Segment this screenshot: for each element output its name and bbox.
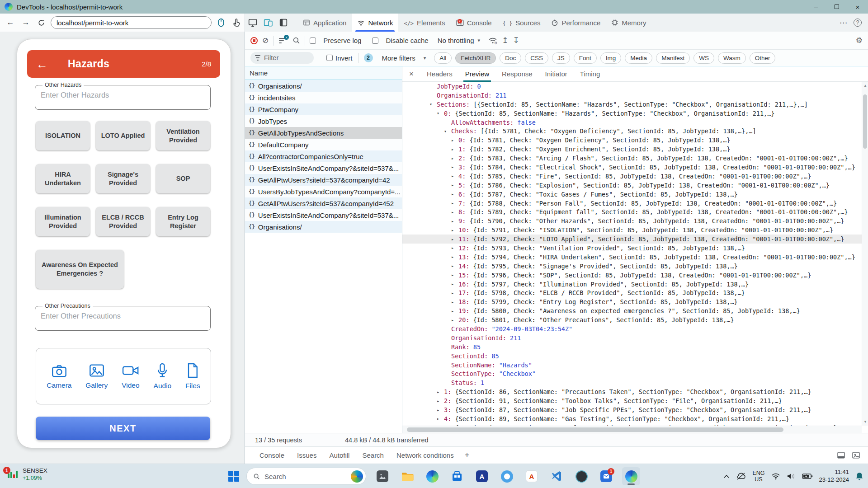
triangle-right-icon[interactable]: ▸ xyxy=(437,408,444,413)
filter-chip-ws[interactable]: WS xyxy=(693,52,714,64)
blue-ring-app-icon[interactable] xyxy=(498,467,516,485)
hazard-button-ventilation-provided[interactable]: Ventilation Provided xyxy=(156,121,210,150)
triangle-right-icon[interactable]: ▸ xyxy=(451,228,458,233)
json-tree-line[interactable]: AllowAttachments: false xyxy=(402,118,862,127)
json-tree-line[interactable]: Status: 1 xyxy=(402,378,862,387)
close-button[interactable]: × xyxy=(847,0,868,14)
json-tree-line[interactable]: ▸15: {Id: 5796, Check: "SOP", SectionId:… xyxy=(402,271,862,280)
json-tree-line[interactable]: SectionId: 85 xyxy=(402,352,862,361)
stocks-widget[interactable]: 1 SENSEX +1.09% xyxy=(6,467,47,482)
close-icon[interactable]: × xyxy=(402,70,420,79)
url-bar[interactable]: localhost/permit-to-work xyxy=(51,16,212,29)
tab-performance[interactable]: Performance xyxy=(546,14,606,32)
volume-icon[interactable] xyxy=(787,473,796,480)
filter-chip-other[interactable]: Other xyxy=(750,52,776,64)
disable-cache-checkbox[interactable] xyxy=(372,38,378,44)
notifications-bell-icon[interactable] xyxy=(855,472,863,481)
other-precautions-field[interactable]: Other Precautions Enter Other Precaution… xyxy=(35,303,211,331)
more-filters-label[interactable]: More filters xyxy=(382,54,415,62)
request-row[interactable]: {}GetAllPtwUsers?siteId=537&companyId=42 xyxy=(245,174,402,186)
hazard-button-loto-applied[interactable]: LOTO Applied xyxy=(96,121,150,150)
filter-chip-all[interactable]: All xyxy=(434,52,452,64)
chevron-up-icon[interactable] xyxy=(723,474,730,479)
drawer-tab-network-conditions[interactable]: Network conditions xyxy=(390,451,460,459)
media-button-files[interactable]: Files xyxy=(185,362,200,390)
help-icon[interactable]: ? xyxy=(854,19,862,27)
json-tree-line[interactable]: ▸2: {SectionId: 91, SectionName: "Toolbo… xyxy=(402,396,862,405)
json-tree-line[interactable]: ▸11: {Id: 5792, Check: "LOTO Applied", S… xyxy=(402,235,862,244)
back-button[interactable]: ← xyxy=(5,17,16,28)
name-column-header[interactable]: Name xyxy=(245,66,402,80)
triangle-right-icon[interactable]: ▸ xyxy=(437,399,444,404)
detail-tab-headers[interactable]: Headers xyxy=(420,66,459,82)
json-tree-line[interactable]: OrganisationId: 211 xyxy=(402,91,862,100)
hazard-button-sop[interactable]: SOP xyxy=(156,164,210,193)
json-tree-line[interactable]: ▸19: {Id: 5800, Check: "Awareness on exp… xyxy=(402,306,862,315)
device-toolbar-icon[interactable] xyxy=(261,16,275,29)
screencast-icon[interactable] xyxy=(246,16,259,29)
triangle-right-icon[interactable]: ▸ xyxy=(451,164,458,169)
filter-chip-fetch-xhr[interactable]: Fetch/XHR xyxy=(455,52,496,64)
triangle-right-icon[interactable]: ▸ xyxy=(451,254,458,259)
triangle-right-icon[interactable]: ▸ xyxy=(451,263,458,268)
triangle-right-icon[interactable]: ▸ xyxy=(451,318,458,323)
notification-app-icon[interactable]: 1 xyxy=(597,467,615,485)
language-indicator[interactable]: ENG US xyxy=(752,470,764,483)
request-row[interactable]: {}DefaultCompany xyxy=(245,139,402,150)
detail-tab-response[interactable]: Response xyxy=(495,66,539,82)
request-row[interactable]: {}Organisations/ xyxy=(245,80,402,92)
triangle-right-icon[interactable]: ▸ xyxy=(451,245,458,250)
scrollbar-thumb[interactable] xyxy=(863,94,867,149)
json-tree-line[interactable]: ▸5: {Id: 5786, Check: "Explosion", Secti… xyxy=(402,181,862,190)
screenshot-icon[interactable] xyxy=(852,452,860,459)
more-tabs-icon[interactable]: ⋯ xyxy=(840,18,847,28)
request-row[interactable]: {}GetAllPtwUsers?siteId=537&companyId=45… xyxy=(245,197,402,209)
json-tree-line[interactable]: ▸20: {Id: 5801, Check: "Other Precaution… xyxy=(402,315,862,324)
hazard-button-elcb-rccb-provided[interactable]: ELCB / RCCB Provided xyxy=(96,207,150,236)
scroll-down-icon[interactable]: ▼ xyxy=(862,420,868,424)
request-row[interactable]: {}Organisations/ xyxy=(245,221,402,233)
file-explorer-icon[interactable] xyxy=(398,467,416,485)
scrollbar-thumb[interactable] xyxy=(407,427,783,432)
triangle-right-icon[interactable]: ▸ xyxy=(451,201,458,206)
detail-tab-preview[interactable]: Preview xyxy=(459,66,495,82)
triangle-down-icon[interactable]: ▾ xyxy=(444,129,451,134)
horizontal-scrollbar[interactable] xyxy=(402,426,862,433)
json-tree-line[interactable]: ▸9: {Id: 5790, Check: "Other Hazards", S… xyxy=(402,216,862,225)
json-tree-line[interactable]: ▸14: {Id: 5795, Check: "Signage's Provid… xyxy=(402,262,862,271)
touch-mode-icon[interactable] xyxy=(231,17,242,28)
request-row[interactable]: {}PtwCompany xyxy=(245,103,402,115)
json-tree-line[interactable]: ▸10: {Id: 5791, Check: "ISOLATION", Sect… xyxy=(402,225,862,235)
filter-chip-css[interactable]: CSS xyxy=(525,52,548,64)
maximize-button[interactable] xyxy=(826,0,847,14)
reload-button[interactable] xyxy=(35,17,47,28)
vertical-scrollbar[interactable]: ▲ ▼ xyxy=(862,82,868,426)
filter-chip-manifest[interactable]: Manifest xyxy=(656,52,690,64)
request-row[interactable]: {}UsersByJobTypesAndCompany?companyId=..… xyxy=(245,186,402,197)
navy-a-tile-icon[interactable]: A xyxy=(473,467,491,485)
import-har-icon[interactable]: ↥ xyxy=(502,37,508,44)
mouse-mode-icon[interactable] xyxy=(215,17,227,28)
json-tree-line[interactable]: JobTypeId: 0 xyxy=(402,82,862,91)
triangle-right-icon[interactable]: ▸ xyxy=(451,147,458,152)
detail-tab-initiator[interactable]: Initiator xyxy=(539,66,574,82)
triangle-right-icon[interactable]: ▸ xyxy=(437,389,444,394)
tab-network[interactable]: Network xyxy=(352,14,398,32)
back-arrow-icon[interactable]: ← xyxy=(36,58,48,70)
triangle-right-icon[interactable]: ▸ xyxy=(451,192,458,197)
triangle-down-icon[interactable]: ▾ xyxy=(429,102,437,107)
filter-input[interactable]: Filter xyxy=(250,52,314,64)
tab-console[interactable]: xConsole xyxy=(451,14,497,32)
photos-app-icon[interactable] xyxy=(373,467,392,485)
triangle-right-icon[interactable]: ▸ xyxy=(451,291,458,296)
next-button[interactable]: NEXT xyxy=(36,417,210,440)
invert-checkbox[interactable] xyxy=(326,55,333,61)
add-drawer-tab-icon[interactable]: + xyxy=(465,450,470,460)
json-tree-line[interactable]: Rank: 85 xyxy=(402,343,862,352)
throttling-select[interactable]: No throttling ▾ xyxy=(438,37,480,44)
other-hazards-field[interactable]: Other Hazards Enter Other Hazards xyxy=(35,82,211,110)
media-button-camera[interactable]: Camera xyxy=(47,363,71,389)
tab-sources[interactable]: { }Sources xyxy=(497,14,546,32)
json-tree-line[interactable]: ▸1: {Id: 5782, Check: "Oxygen Enrichment… xyxy=(402,145,862,154)
scroll-up-icon[interactable]: ▲ xyxy=(862,84,868,88)
